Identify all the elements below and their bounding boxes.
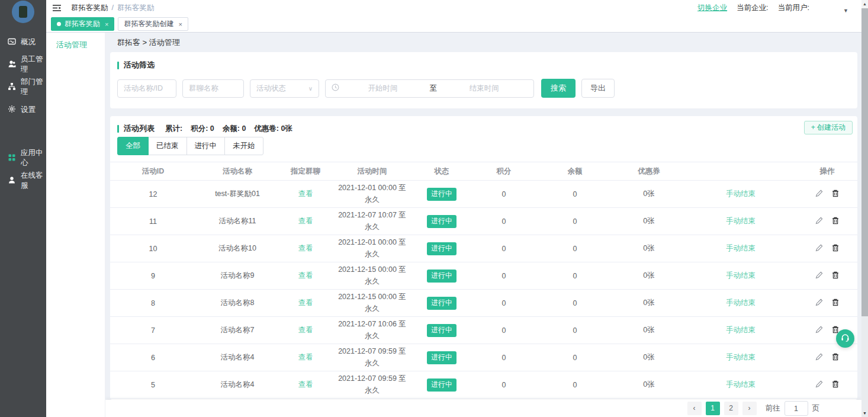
edit-icon[interactable]	[815, 190, 823, 199]
cell-balance: 0	[536, 272, 613, 280]
delete-icon[interactable]	[832, 353, 839, 363]
activity-status-select[interactable]: 活动状态 ∨	[250, 79, 319, 98]
filter-tab-ongoing[interactable]: 进行中	[187, 137, 226, 155]
view-group-link[interactable]: 查看	[279, 298, 332, 308]
edit-icon[interactable]	[815, 271, 823, 281]
filter-tab-all[interactable]: 全部	[117, 137, 149, 155]
export-button[interactable]: 导出	[581, 79, 615, 98]
page-button-1[interactable]: 1	[706, 402, 720, 415]
cell-actions	[797, 244, 857, 254]
activity-name-input[interactable]	[117, 79, 176, 98]
cell-coupons: 0张	[613, 271, 684, 281]
edit-icon[interactable]	[815, 353, 823, 363]
table-row: 6 活动名称4 查看 2021-12-07 09:59 至永久 进行中 0 0 …	[110, 344, 857, 371]
sidebar-item-activity-management[interactable]: 活动管理	[46, 33, 105, 50]
breadcrumb-item[interactable]: 群拓客奖励	[71, 4, 108, 12]
delete-icon[interactable]	[832, 299, 839, 308]
view-group-link[interactable]: 查看	[279, 325, 332, 335]
date-range-picker[interactable]: 开始时间 至 结束时间	[325, 79, 534, 98]
time-end: 永久	[365, 332, 380, 340]
current-user-label: 当前用户:	[778, 3, 809, 13]
status-badge: 进行中	[427, 351, 456, 364]
edit-icon[interactable]	[815, 244, 823, 254]
next-page-button[interactable]: ›	[742, 402, 757, 415]
view-group-link[interactable]: 查看	[279, 189, 332, 199]
goto-page-input[interactable]	[785, 401, 808, 416]
prev-page-button[interactable]: ‹	[687, 402, 702, 415]
manual-end-link[interactable]: 手动结束	[684, 325, 797, 335]
sidebar-item-label: 在线客服	[21, 171, 46, 191]
search-button[interactable]: 搜索	[541, 79, 576, 98]
tabbar: 群拓客奖励 × 群拓客奖励创建 ×	[46, 16, 861, 33]
sidebar-item-department[interactable]: 部门管理	[0, 76, 46, 98]
delete-icon[interactable]	[832, 271, 839, 281]
scrollbar-thumb[interactable]	[861, 8, 868, 316]
view-group-link[interactable]: 查看	[279, 216, 332, 226]
manual-end-link[interactable]: 手动结束	[684, 271, 797, 281]
filter-tab-not-started[interactable]: 未开始	[224, 137, 263, 155]
manual-end-link[interactable]: 手动结束	[684, 189, 797, 199]
delete-icon[interactable]	[832, 244, 839, 254]
main-content: 群拓客 > 活动管理 活动筛选 活动状态 ∨ 开始时间 至 结束时间	[105, 33, 861, 417]
tab-group-reward[interactable]: 群拓客奖励 ×	[51, 17, 114, 31]
cell-activity-id: 10	[110, 245, 196, 253]
end-time-placeholder: 结束时间	[441, 84, 528, 94]
cell-activity-name: 活动名称4	[196, 380, 279, 390]
view-group-link[interactable]: 查看	[279, 352, 332, 363]
manual-end-link[interactable]: 手动结束	[684, 352, 797, 363]
page-unit-label: 页	[812, 403, 820, 413]
cell-activity-id: 8	[110, 299, 196, 307]
sidebar-item-settings[interactable]: 设置	[0, 98, 46, 121]
delete-icon[interactable]	[832, 217, 839, 226]
cell-activity-time: 2021-12-01 00:00 至永久	[332, 237, 412, 260]
cell-actions	[797, 353, 857, 363]
caret-down-icon[interactable]: ▼	[843, 8, 848, 14]
page-button-2[interactable]: 2	[724, 402, 738, 415]
sidebar-item-label: 应用中心	[21, 148, 46, 168]
manual-end-link[interactable]: 手动结束	[684, 216, 797, 226]
edit-icon[interactable]	[815, 380, 823, 390]
edit-icon[interactable]	[815, 217, 823, 226]
switch-company-link[interactable]: 切换企业	[697, 3, 727, 13]
cell-activity-id: 11	[110, 217, 196, 226]
filter-tab-ended[interactable]: 已结束	[148, 137, 187, 155]
sidebar-item-app-center[interactable]: 应用中心	[0, 147, 46, 169]
table-row: 7 活动名称7 查看 2021-12-07 10:06 至永久 进行中 0 0 …	[110, 317, 857, 344]
sidebar-item-online-service[interactable]: 在线客服	[0, 169, 46, 192]
filter-card: 活动筛选 活动状态 ∨ 开始时间 至 结束时间 搜索 导出	[110, 52, 857, 108]
avatar[interactable]	[12, 1, 34, 23]
customer-service-fab[interactable]	[836, 329, 854, 348]
cell-activity-time: 2021-12-15 00:00 至永久	[332, 264, 412, 287]
close-icon[interactable]: ×	[178, 21, 182, 28]
create-activity-button[interactable]: + 创建活动	[804, 121, 853, 134]
edit-icon[interactable]	[815, 299, 823, 308]
vertical-scrollbar[interactable]: ▲ ▼	[861, 0, 868, 417]
col-activity-name: 活动名称	[196, 166, 279, 177]
manual-end-link[interactable]: 手动结束	[684, 243, 797, 254]
cell-status: 进行中	[412, 351, 471, 364]
edit-icon[interactable]	[815, 326, 823, 335]
close-icon[interactable]: ×	[105, 21, 108, 28]
manual-end-link[interactable]: 手动结束	[684, 298, 797, 308]
headset-icon	[840, 333, 850, 345]
cell-status: 进行中	[412, 242, 471, 255]
scroll-up-icon[interactable]: ▲	[861, 0, 868, 8]
delete-icon[interactable]	[832, 380, 839, 390]
cell-balance: 0	[536, 381, 613, 389]
time-end: 永久	[365, 359, 380, 367]
table-row: 9 活动名称9 查看 2021-12-15 00:00 至永久 进行中 0 0 …	[110, 262, 857, 290]
group-name-input[interactable]	[182, 79, 244, 98]
cell-activity-name: 活动名称7	[196, 325, 279, 335]
cell-activity-id: 12	[110, 190, 196, 198]
delete-icon[interactable]	[832, 190, 839, 199]
view-group-link[interactable]: 查看	[279, 271, 332, 281]
sidebar-item-staff[interactable]: 员工管理	[0, 53, 46, 76]
manual-end-link[interactable]: 手动结束	[684, 380, 797, 390]
tab-group-reward-create[interactable]: 群拓客奖励创建 ×	[118, 17, 188, 31]
menu-fold-icon[interactable]	[53, 4, 62, 12]
view-group-link[interactable]: 查看	[279, 380, 332, 390]
view-group-link[interactable]: 查看	[279, 243, 332, 254]
scroll-down-icon[interactable]: ▼	[861, 410, 868, 417]
sidebar-item-overview[interactable]: 概况	[0, 31, 46, 53]
cell-balance: 0	[536, 245, 613, 253]
